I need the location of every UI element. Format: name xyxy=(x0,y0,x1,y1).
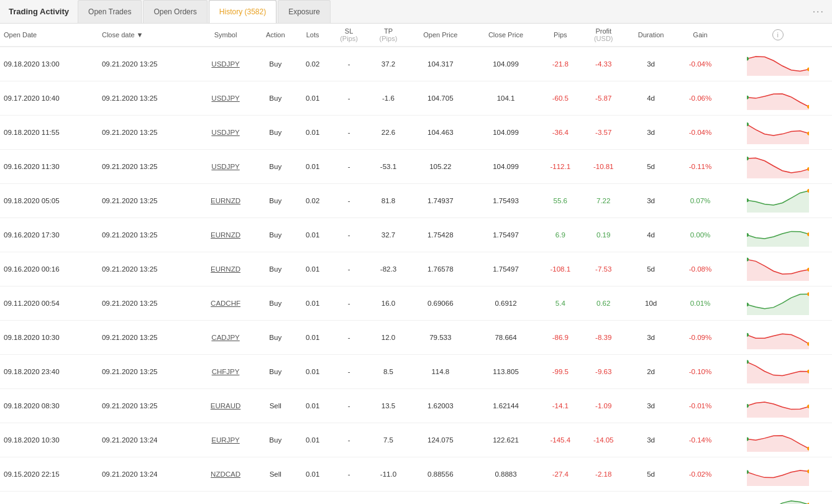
cell-lots: 0.01 xyxy=(296,116,329,150)
cell-duration: 5d xyxy=(625,150,677,184)
cell-profit: -1.09 xyxy=(582,389,625,423)
mini-chart-svg xyxy=(747,290,809,315)
cell-close-date: 09.21.2020 13:25 xyxy=(98,116,196,150)
cell-profit: -10.81 xyxy=(582,150,625,184)
table-row: 09.16.2020 17:30 09.21.2020 13:25 EURNZD… xyxy=(0,218,832,252)
cell-symbol[interactable]: EURJPY xyxy=(196,423,255,457)
cell-gain: -0.08% xyxy=(677,252,723,286)
cell-symbol[interactable]: CADCHF xyxy=(196,286,255,321)
cell-duration: 3d xyxy=(625,184,677,218)
cell-pips: -86.9 xyxy=(539,321,582,355)
cell-sl: - xyxy=(329,81,368,116)
col-close-date[interactable]: Close date ▼ xyxy=(98,24,196,47)
col-open-date: Open Date xyxy=(0,24,98,47)
cell-open-date: 09.16.2020 17:30 xyxy=(0,218,98,252)
cell-close-price: 0.8883 xyxy=(473,457,539,492)
cell-action: Buy xyxy=(255,321,296,355)
cell-close-price: 104.099 xyxy=(473,47,539,81)
cell-symbol[interactable]: CADJPY xyxy=(196,321,255,355)
cell-chart xyxy=(724,286,832,321)
cell-sl: - xyxy=(329,423,368,457)
mini-chart-svg xyxy=(747,427,809,452)
cell-symbol[interactable]: USDJPY xyxy=(196,47,255,81)
cell-symbol[interactable]: USDJPY xyxy=(196,116,255,150)
cell-close-date: 09.21.2020 13:25 xyxy=(98,389,196,423)
cell-symbol[interactable]: EURNZD xyxy=(196,184,255,218)
cell-tp: 22.6 xyxy=(368,116,408,150)
cell-tp: 53.0 xyxy=(368,492,408,505)
cell-open-date: 09.15.2020 22:15 xyxy=(0,457,98,492)
cell-chart xyxy=(724,47,832,81)
cell-action: Buy xyxy=(255,47,296,81)
cell-gain: -0.10% xyxy=(677,355,723,389)
mini-chart-svg xyxy=(747,393,809,418)
cell-gain: -0.01% xyxy=(677,389,723,423)
cell-symbol[interactable]: NZDCAD xyxy=(196,492,255,505)
cell-duration: 5d xyxy=(625,252,677,286)
cell-gain: -0.04% xyxy=(677,116,723,150)
table-row: 09.15.2020 22:15 09.21.2020 13:24 NZDCAD… xyxy=(0,457,832,492)
cell-close-price: 104.099 xyxy=(473,150,539,184)
tab-exposure[interactable]: Exposure xyxy=(278,0,331,23)
cell-pips: -21.8 xyxy=(539,47,582,81)
cell-tp: -82.3 xyxy=(368,252,408,286)
cell-symbol[interactable]: NZDCAD xyxy=(196,457,255,492)
mini-chart-svg xyxy=(747,222,809,247)
cell-symbol[interactable]: EURNZD xyxy=(196,218,255,252)
cell-profit: -3.57 xyxy=(582,116,625,150)
table-row: 09.18.2020 10:30 09.21.2020 13:25 CADJPY… xyxy=(0,321,832,355)
cell-action: Sell xyxy=(255,389,296,423)
cell-chart xyxy=(724,457,832,492)
cell-action: Buy xyxy=(255,218,296,252)
cell-chart xyxy=(724,423,832,457)
table-row: 09.18.2020 13:00 09.21.2020 13:25 USDJPY… xyxy=(0,47,832,81)
table-row: 09.16.2020 11:30 09.21.2020 13:25 USDJPY… xyxy=(0,150,832,184)
mini-chart-svg xyxy=(747,324,809,349)
cell-profit: -4.33 xyxy=(582,47,625,81)
cell-symbol[interactable]: USDJPY xyxy=(196,150,255,184)
cell-open-price: 1.62003 xyxy=(408,389,473,423)
cell-lots: 0.01 xyxy=(296,286,329,321)
cell-action: Buy xyxy=(255,116,296,150)
cell-open-date: 09.11.2020 00:54 xyxy=(0,286,98,321)
cell-chart xyxy=(724,150,832,184)
cell-gain: 0.03% xyxy=(677,492,723,505)
col-action: Action xyxy=(255,24,296,47)
cell-duration: 3d xyxy=(625,389,677,423)
cell-symbol[interactable]: USDJPY xyxy=(196,81,255,116)
cell-close-date: 09.21.2020 13:25 xyxy=(98,252,196,286)
cell-gain: -0.11% xyxy=(677,150,723,184)
mini-chart-svg xyxy=(747,461,809,486)
cell-close-date: 09.21.2020 13:25 xyxy=(98,150,196,184)
tab-open-trades[interactable]: Open Trades xyxy=(78,0,142,23)
table-row: 09.18.2020 11:55 09.21.2020 13:25 USDJPY… xyxy=(0,116,832,150)
info-icon[interactable]: i xyxy=(772,29,784,40)
cell-sl: - xyxy=(329,286,368,321)
cell-gain: -0.09% xyxy=(677,321,723,355)
cell-open-date: 09.16.2020 11:30 xyxy=(0,150,98,184)
cell-tp: -53.1 xyxy=(368,150,408,184)
trading-table: Open Date Close date ▼ Symbol Action Lot… xyxy=(0,24,832,504)
col-gain: Gain xyxy=(677,24,723,47)
cell-pips: -27.4 xyxy=(539,457,582,492)
table-row: 09.18.2020 10:30 09.21.2020 13:24 EURJPY… xyxy=(0,423,832,457)
cell-close-price: 1.75497 xyxy=(473,252,539,286)
cell-tp: 12.0 xyxy=(368,321,408,355)
cell-tp: 81.8 xyxy=(368,184,408,218)
cell-chart xyxy=(724,389,832,423)
cell-sl: - xyxy=(329,457,368,492)
cell-lots: 0.01 xyxy=(296,81,329,116)
cell-symbol[interactable]: CHFJPY xyxy=(196,355,255,389)
tab-history[interactable]: History (3582) xyxy=(209,0,277,23)
mini-chart-svg xyxy=(747,359,809,383)
more-button[interactable]: ··· xyxy=(805,6,832,17)
cell-action: Sell xyxy=(255,492,296,505)
cell-chart xyxy=(724,355,832,389)
cell-sl: - xyxy=(329,218,368,252)
tab-open-orders[interactable]: Open Orders xyxy=(143,0,207,23)
cell-symbol[interactable]: EURNZD xyxy=(196,252,255,286)
cell-open-date: 09.18.2020 05:35 xyxy=(0,492,98,505)
cell-open-price: 114.8 xyxy=(408,355,473,389)
cell-symbol[interactable]: EURAUD xyxy=(196,389,255,423)
table-row: 09.18.2020 05:05 09.21.2020 13:25 EURNZD… xyxy=(0,184,832,218)
